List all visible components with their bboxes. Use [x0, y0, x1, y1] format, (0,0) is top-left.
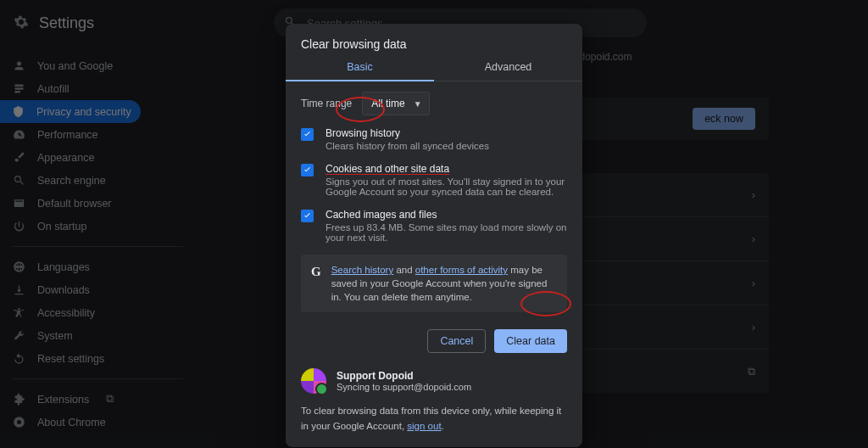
tab-advanced[interactable]: Advanced — [434, 61, 582, 81]
sidebar-item-accessibility[interactable]: Accessibility — [0, 301, 136, 324]
checkbox[interactable] — [301, 210, 314, 222]
account-sub: Syncing to support@dopoid.com — [337, 382, 471, 392]
search-history-link[interactable]: Search history — [331, 265, 394, 275]
account-name: Support Dopoid — [337, 370, 471, 382]
sidebar-item-privacy-and-security[interactable]: Privacy and security — [0, 100, 141, 123]
sidebar-item-label: Performance — [37, 129, 98, 141]
sidebar-item-label: Appearance — [37, 152, 94, 164]
external-icon: ⧉ — [106, 393, 114, 406]
dialog-tabs: Basic Advanced — [286, 61, 582, 81]
dialog-footer: To clear browsing data from this device … — [286, 404, 582, 434]
check-now-button[interactable]: eck now — [693, 108, 755, 130]
sidebar-item-reset-settings[interactable]: Reset settings — [0, 347, 136, 370]
sidebar-item-label: You and Google — [37, 60, 113, 72]
nav-separator — [12, 378, 183, 379]
option-subtitle: Clears history from all synced devices — [326, 141, 489, 151]
chrome-icon — [12, 416, 25, 429]
person-icon — [12, 59, 25, 73]
sidebar-item-label: Extensions — [37, 394, 89, 406]
reset-icon — [12, 352, 25, 366]
other-activity-link[interactable]: other forms of activity — [415, 265, 508, 275]
chevron-down-icon: ▼ — [414, 99, 422, 109]
download-icon — [12, 283, 25, 297]
clear-browsing-data-dialog: Clear browsing data Basic Advanced Time … — [286, 24, 582, 447]
accessibility-icon — [12, 306, 25, 320]
sidebar-item-default-browser[interactable]: Default browser — [0, 192, 136, 215]
chevron-right-icon: › — [752, 321, 755, 333]
sidebar-item-label: Accessibility — [37, 307, 95, 319]
brush-icon — [12, 151, 25, 165]
sidebar-item-on-startup[interactable]: On startup — [0, 215, 136, 238]
sidebar-item-you-and-google[interactable]: You and Google — [0, 54, 136, 77]
clear-option-1[interactable]: Cookies and other site dataSigns you out… — [301, 163, 567, 197]
time-range-select[interactable]: All time ▼ — [362, 92, 429, 115]
sidebar-item-languages[interactable]: Languages — [0, 255, 136, 278]
power-icon — [12, 220, 25, 233]
chevron-right-icon: › — [752, 232, 755, 245]
sign-out-link[interactable]: sign out — [407, 421, 441, 431]
clear-option-0[interactable]: Browsing historyClears history from all … — [301, 127, 567, 151]
sidebar: You and GoogleAutofillPrivacy and securi… — [0, 46, 195, 448]
sidebar-item-downloads[interactable]: Downloads — [0, 278, 136, 301]
wrench-icon — [12, 329, 25, 343]
option-title: Cached images and files — [326, 209, 567, 221]
sidebar-item-label: Default browser — [37, 198, 112, 210]
sidebar-item-performance[interactable]: Performance — [0, 123, 136, 146]
activity-info-box: G Search history and other forms of acti… — [301, 255, 567, 312]
open-in-new-icon: ⧉ — [748, 365, 755, 378]
sidebar-item-appearance[interactable]: Appearance — [0, 146, 136, 169]
option-subtitle: Signs you out of most sites. You'll stay… — [326, 176, 567, 197]
sidebar-item-system[interactable]: System — [0, 324, 136, 347]
cancel-button[interactable]: Cancel — [427, 329, 486, 353]
checkbox[interactable] — [301, 164, 314, 176]
chevron-right-icon: › — [752, 188, 755, 201]
chrome-settings-icon — [14, 14, 29, 32]
option-title: Cookies and other site data — [326, 163, 567, 175]
chevron-right-icon: › — [752, 277, 755, 289]
time-range-label: Time range — [301, 98, 352, 109]
account-row: Support Dopoid Syncing to support@dopoid… — [286, 361, 582, 404]
sidebar-item-about-chrome[interactable]: About Chrome — [0, 411, 136, 434]
sidebar-item-label: System — [37, 330, 73, 342]
sidebar-item-label: Search engine — [37, 175, 106, 187]
tab-basic[interactable]: Basic — [286, 61, 434, 81]
shield-icon — [12, 105, 25, 119]
extensions-icon — [12, 393, 25, 406]
sidebar-item-search-engine[interactable]: Search engine — [0, 169, 136, 192]
sidebar-item-label: Privacy and security — [36, 106, 131, 118]
search-icon — [12, 174, 25, 188]
option-title: Browsing history — [326, 127, 489, 139]
sidebar-item-label: Reset settings — [37, 353, 104, 365]
sidebar-item-autofill[interactable]: Autofill — [0, 77, 136, 100]
dialog-title: Clear browsing data — [286, 24, 582, 61]
avatar — [301, 368, 326, 394]
sidebar-item-label: About Chrome — [37, 417, 106, 428]
sidebar-item-extensions[interactable]: Extensions⧉ — [0, 388, 136, 411]
option-subtitle: Frees up 83.4 MB. Some sites may load mo… — [326, 222, 567, 243]
speedometer-icon — [12, 128, 25, 142]
browser-icon — [12, 197, 25, 210]
checkbox[interactable] — [301, 128, 314, 141]
page-title: Settings — [39, 14, 94, 32]
nav-separator — [12, 246, 183, 247]
sidebar-item-label: Downloads — [37, 284, 90, 296]
autofill-icon — [12, 82, 25, 96]
globe-icon — [12, 260, 25, 274]
clear-data-button[interactable]: Clear data — [494, 329, 567, 353]
clear-option-2[interactable]: Cached images and filesFrees up 83.4 MB.… — [301, 209, 567, 243]
sidebar-item-label: On startup — [37, 221, 86, 232]
google-icon: G — [311, 263, 321, 304]
sidebar-item-label: Autofill — [37, 83, 70, 95]
sidebar-item-label: Languages — [37, 261, 90, 273]
